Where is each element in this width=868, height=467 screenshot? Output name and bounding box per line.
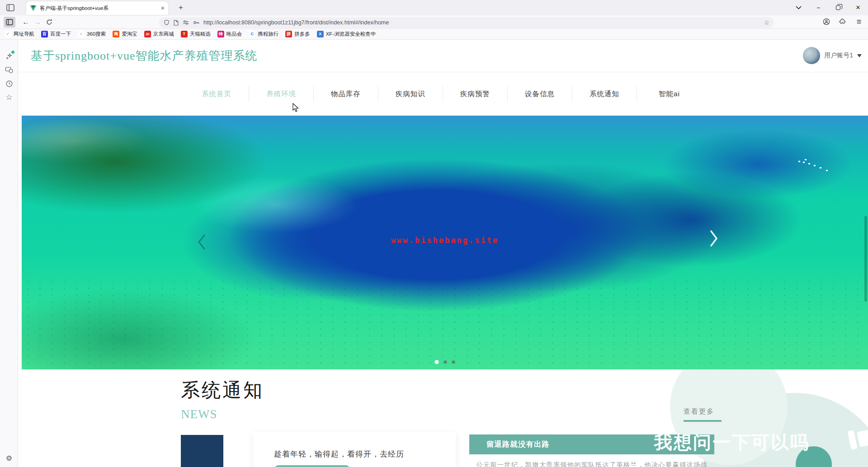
notification-dot xyxy=(11,51,14,54)
bookmark-item[interactable]: 淘爱淘宝 xyxy=(113,31,137,37)
hero-carousel[interactable]: www.bishebang.site xyxy=(22,116,868,369)
bookmark-item[interactable]: 百百度一下 xyxy=(41,31,71,37)
ai-chat-sidebar-button[interactable] xyxy=(0,50,18,63)
synced-tabs-button[interactable] xyxy=(0,63,18,77)
bookmark-favicon: ○ xyxy=(78,31,85,37)
bookmark-item[interactable]: C携程旅行 xyxy=(249,31,278,37)
carousel-dot-3[interactable] xyxy=(452,360,455,364)
chevron-left-icon xyxy=(197,234,206,250)
maximize-button[interactable] xyxy=(828,0,848,15)
url-bar[interactable]: http://localhost:8080/springboot1z11jbg7… xyxy=(159,17,774,28)
water-villas xyxy=(798,161,800,162)
bookmarks-sidebar-button[interactable]: ☆ xyxy=(0,90,18,104)
nav-item-notices[interactable]: 系统通知 xyxy=(572,86,637,102)
minimize-button[interactable]: − xyxy=(808,0,828,15)
menu-button[interactable]: ≡ xyxy=(853,16,865,27)
news-item-date-badge: 2025-04-27 09:15:01 xyxy=(274,465,350,467)
site-title: 基于springboot+vue智能水产养殖管理系统 xyxy=(31,48,257,64)
reload-button[interactable] xyxy=(43,17,55,28)
chevron-down-icon xyxy=(796,6,802,9)
bookmarks-bar: ✓网址导航 百百度一下 ○360搜索 淘爱淘宝 JD京东商城 T天猫精选 特唯品… xyxy=(0,29,868,40)
bookmark-favicon: 淘 xyxy=(113,31,119,37)
nav-item-environment[interactable]: 养殖环境 xyxy=(249,86,314,102)
reload-icon xyxy=(46,19,52,25)
carousel-prev-button[interactable] xyxy=(197,234,206,252)
bookmark-item[interactable]: T天猫精选 xyxy=(181,31,211,37)
bookmark-item[interactable]: ○360搜索 xyxy=(78,31,106,37)
bookmark-label: 京东商城 xyxy=(153,31,174,37)
tab-close-icon[interactable]: × xyxy=(161,5,165,12)
main-nav: 系统首页 养殖环境 物品库存 疾病知识 疾病预警 设备信息 系统通知 智能ai xyxy=(18,72,868,116)
page-scrollbar-thumb[interactable] xyxy=(864,216,867,302)
bookmark-item[interactable]: 拼拼多多 xyxy=(285,31,310,37)
nav-item-disease-knowledge[interactable]: 疾病知识 xyxy=(378,86,443,102)
page-info-icon[interactable] xyxy=(174,20,179,26)
bookmark-label: 爱淘宝 xyxy=(122,31,137,37)
user-dropdown-caret-icon[interactable] xyxy=(857,54,862,57)
bookmark-favicon: T xyxy=(181,31,188,37)
key-icon[interactable] xyxy=(193,20,199,25)
sidebar-settings-button[interactable]: ⚙ xyxy=(0,454,18,462)
account-button[interactable] xyxy=(820,16,833,27)
carousel-dot-2[interactable] xyxy=(444,360,447,364)
nav-item-ai[interactable]: 智能ai xyxy=(637,86,702,102)
new-tab-button[interactable]: + xyxy=(175,2,187,14)
see-more-link[interactable]: 查看更多 xyxy=(684,407,714,416)
bookmark-item[interactable]: 特唯品会 xyxy=(217,31,242,37)
bookmark-label: 百度一下 xyxy=(50,31,71,37)
bookmark-item[interactable]: JD京东商城 xyxy=(144,31,174,37)
news-item-title[interactable]: 留退路就没有出路 xyxy=(486,439,550,449)
user-avatar[interactable] xyxy=(803,47,820,64)
bookmark-favicon: C xyxy=(249,31,255,37)
shield-icon[interactable] xyxy=(164,19,170,26)
bookmark-favicon: 百 xyxy=(41,31,48,37)
bookmark-label: 天猫精选 xyxy=(190,31,211,37)
sidebar-toggle-button[interactable] xyxy=(4,17,15,28)
tab-manager-icon[interactable] xyxy=(5,3,16,13)
clock-icon xyxy=(5,80,13,88)
bookmark-favicon: 拼 xyxy=(285,31,292,37)
permissions-icon[interactable] xyxy=(183,20,189,25)
news-item-excerpt: 公元前一世纪，凯撒大帝率领他的军队抵达了英格兰，他决心要赢得这场战 xyxy=(469,461,714,467)
extensions-button[interactable] xyxy=(836,16,849,27)
news-item-card[interactable]: 趁着年轻，输得起，看得开，去经历 2025-04-27 09:15:01 xyxy=(253,432,456,467)
news-section-title: 系统通知 xyxy=(181,378,264,403)
bookmark-star-icon[interactable]: ☆ xyxy=(764,19,769,26)
browser-tab[interactable]: 客户端-基于springboot+vue系 × xyxy=(26,1,168,15)
list-all-tabs-button[interactable] xyxy=(788,0,808,15)
news-item-title[interactable]: 趁着年轻，输得起，看得开，去经历 xyxy=(274,449,456,459)
bookmark-label: 唯品会 xyxy=(226,31,242,37)
close-window-button[interactable]: × xyxy=(848,0,868,15)
site-header: 基于springboot+vue智能水产养殖管理系统 用户账号1 xyxy=(18,40,868,72)
restore-icon xyxy=(836,5,840,10)
see-more-underline xyxy=(684,420,722,422)
carousel-dot-1[interactable] xyxy=(435,360,439,364)
bookmark-item[interactable]: XXF-浏览器安全检查中 xyxy=(317,31,376,37)
bookmark-label: 拼多多 xyxy=(294,31,310,37)
nav-item-inventory[interactable]: 物品库存 xyxy=(314,86,378,102)
puzzle-icon xyxy=(839,18,846,25)
star-icon: ☆ xyxy=(5,93,12,102)
bookmark-item[interactable]: ✓网址导航 xyxy=(5,31,34,37)
url-text[interactable]: http://localhost:8080/springboot1z11jbg7… xyxy=(203,19,760,26)
user-account[interactable]: 用户账号1 xyxy=(803,47,862,64)
news-section-subtitle: NEWS xyxy=(181,407,217,421)
mouse-cursor xyxy=(292,103,299,112)
tab-title: 客户端-基于springboot+vue系 xyxy=(40,5,158,12)
history-button[interactable] xyxy=(0,77,18,90)
firefox-sidebar: ☆ ⚙ xyxy=(0,40,18,467)
browser-toolbar: ← → http://localhost:8080/springboot1z11… xyxy=(0,15,868,29)
carousel-next-button[interactable] xyxy=(709,229,719,249)
back-button[interactable]: ← xyxy=(20,17,32,28)
bookmark-label: 360搜索 xyxy=(87,31,106,37)
nav-item-disease-warning[interactable]: 疾病预警 xyxy=(443,86,508,102)
web-page: 基于springboot+vue智能水产养殖管理系统 用户账号1 系统首页 养殖… xyxy=(18,40,868,467)
nav-item-devices[interactable]: 设备信息 xyxy=(508,86,572,102)
hero-watermark-text: www.bishebang.site xyxy=(391,236,499,245)
nav-item-home[interactable]: 系统首页 xyxy=(184,86,249,102)
forward-button[interactable]: → xyxy=(32,17,43,28)
gear-icon: ⚙ xyxy=(6,454,12,462)
news-thumbnail[interactable] xyxy=(181,435,223,467)
bookmark-label: XF-浏览器安全检查中 xyxy=(326,31,376,37)
browser-window: 客户端-基于springboot+vue系 × + − × ← → xyxy=(0,0,868,467)
